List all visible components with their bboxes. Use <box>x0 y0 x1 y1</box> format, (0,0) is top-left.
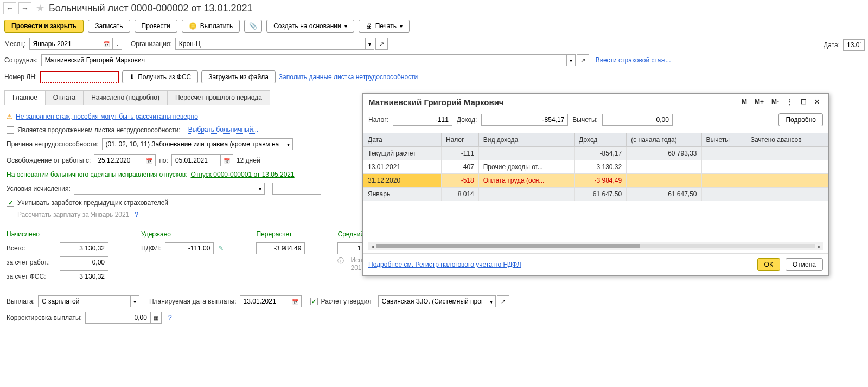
total-value[interactable] <box>60 242 108 254</box>
edit-ndfl-icon[interactable]: ✎ <box>218 244 224 252</box>
approved-dropdown[interactable]: ▾ <box>487 295 496 307</box>
org-dropdown[interactable]: ▾ <box>365 38 374 50</box>
month-calendar-button[interactable]: 📅 <box>100 38 113 50</box>
more-icon[interactable]: ⋮ <box>783 97 796 107</box>
release-label: Освобождение от работы с: <box>7 157 91 164</box>
prev-insurers-label: Учитывать заработок предыдущих страховат… <box>17 199 168 207</box>
payment-input[interactable] <box>38 295 130 307</box>
fill-data-link[interactable]: Заполить данные листка нетрудоспособност… <box>279 73 418 81</box>
org-input[interactable] <box>175 38 365 50</box>
tab-recalc[interactable]: Пересчет прошлого периода <box>167 90 270 105</box>
cell: Текущий расчет <box>363 147 442 160</box>
ndfl-label: НДФЛ: <box>141 244 161 252</box>
popup-tax-input[interactable] <box>393 114 452 126</box>
popup-income-input[interactable] <box>481 114 568 126</box>
correction-input[interactable] <box>85 312 150 324</box>
cell: 13.01.2021 <box>363 160 442 174</box>
release-from-calendar[interactable]: 📅 <box>143 154 156 166</box>
attach-button[interactable]: 📎 <box>244 20 262 33</box>
planned-date-input[interactable] <box>240 295 289 307</box>
table-row[interactable]: 31.12.2020-518Оплата труда (осн...-3 984… <box>363 174 828 188</box>
date-input[interactable] <box>843 39 865 51</box>
enter-insurance-link[interactable]: Ввести страховой стаж... <box>596 56 671 64</box>
table-row[interactable]: Январь8 01461 647,5061 647,50 <box>363 188 828 201</box>
calc-cond-dropdown[interactable]: ▾ <box>256 183 265 195</box>
back-button[interactable]: ← <box>3 2 16 14</box>
continuation-checkbox[interactable] <box>7 126 14 134</box>
forward-button[interactable]: → <box>18 2 31 14</box>
create-based-button[interactable]: Создать на основании <box>266 20 354 33</box>
popup-col-header[interactable]: Вид дохода <box>478 133 575 147</box>
popup-details-button[interactable]: Подробно <box>778 113 823 126</box>
close-icon[interactable]: ✕ <box>811 97 823 107</box>
calc-cond-extra[interactable] <box>272 183 321 195</box>
recalc-value[interactable] <box>256 242 305 254</box>
approved-input[interactable] <box>378 295 487 307</box>
correction-help-icon[interactable]: ? <box>168 314 172 321</box>
memory-mplus-button[interactable]: M+ <box>751 97 767 107</box>
post-close-button[interactable]: Провести и закрыть <box>4 20 84 33</box>
popup-deduct-input[interactable] <box>602 114 673 126</box>
approved-checkbox[interactable] <box>310 298 318 305</box>
reason-input[interactable] <box>102 138 284 150</box>
table-row[interactable]: 13.01.2021407Прочие доходы от...3 130,32 <box>363 160 828 174</box>
org-open-button[interactable]: ↗ <box>375 38 388 50</box>
popup-col-header[interactable]: Доход <box>575 133 627 147</box>
reason-label: Причина нетрудоспособности: <box>7 140 99 148</box>
ln-input[interactable] <box>40 71 119 83</box>
release-to-input[interactable] <box>171 154 220 166</box>
help-icon[interactable]: ? <box>135 211 138 218</box>
release-from-input[interactable] <box>94 154 143 166</box>
payment-dropdown[interactable]: ▾ <box>130 295 139 307</box>
get-fss-button[interactable]: ⬇ Получить из ФСС <box>122 70 198 83</box>
table-row[interactable]: Текущий расчет-111-854,1760 793,33 <box>363 147 828 160</box>
calc-cond-label: Условия исчисления: <box>7 185 71 192</box>
month-input[interactable] <box>29 38 100 50</box>
popup-col-header[interactable]: Зачтено авансов <box>746 133 828 147</box>
correction-calc-button[interactable]: ▦ <box>150 312 162 324</box>
popup-table: ДатаНалогВид доходаДоход(с начала года)В… <box>363 133 828 201</box>
warning-link[interactable]: Не заполнен стаж, пособия могут быть рас… <box>16 113 198 120</box>
org-label: Организация: <box>131 40 172 48</box>
tab-accrued[interactable]: Начислено (подробно) <box>83 90 168 105</box>
employee-open-button[interactable]: ↗ <box>577 54 589 66</box>
basis-link[interactable]: Отпуск 0000-000001 от 13.05.2021 <box>191 171 295 178</box>
popup-col-header[interactable]: Налог <box>441 133 478 147</box>
post-button[interactable]: Провести <box>135 20 177 33</box>
memory-m-button[interactable]: M <box>738 97 750 107</box>
popup-income-label: Доход: <box>457 116 477 124</box>
favorite-icon[interactable]: ★ <box>34 2 47 14</box>
popup-h-scrollbar[interactable]: ◂▸ <box>368 242 823 250</box>
days-text: 12 дней <box>237 157 260 164</box>
cell: 407 <box>441 160 478 174</box>
popup-ok-button[interactable]: ОК <box>757 258 780 271</box>
fss-label: за счет ФСС: <box>7 273 55 280</box>
calc-cond-input[interactable] <box>74 183 256 195</box>
popup-register-link[interactable]: Подробнее см. Регистр налогового учета п… <box>368 261 521 268</box>
choose-sick-link[interactable]: Выбрать больничный... <box>188 126 259 134</box>
ndfl-value[interactable] <box>165 242 214 254</box>
month-stepper[interactable]: ÷ <box>113 38 123 50</box>
pay-button[interactable]: 🪙Выплатить <box>182 20 240 33</box>
maximize-icon[interactable]: ☐ <box>797 97 810 107</box>
popup-col-header[interactable]: Дата <box>363 133 442 147</box>
memory-mminus-button[interactable]: M- <box>768 97 782 107</box>
cell: 60 793,33 <box>627 147 701 160</box>
popup-col-header[interactable]: Вычеты <box>701 133 746 147</box>
planned-date-calendar[interactable]: 📅 <box>289 295 302 307</box>
tab-payment[interactable]: Оплата <box>45 90 84 105</box>
employee-dropdown[interactable]: ▾ <box>566 54 576 66</box>
load-file-button[interactable]: Загрузить из файла <box>201 70 276 83</box>
prev-insurers-checkbox[interactable] <box>7 199 14 207</box>
popup-col-header[interactable]: (с начала года) <box>627 133 701 147</box>
save-button[interactable]: Записать <box>88 20 130 33</box>
release-to-calendar[interactable]: 📅 <box>220 154 233 166</box>
popup-cancel-button[interactable]: Отмена <box>786 258 823 271</box>
fss-value[interactable] <box>60 270 108 282</box>
approved-open-button[interactable]: ↗ <box>497 295 509 307</box>
reason-dropdown[interactable]: ▾ <box>284 138 293 150</box>
print-button[interactable]: 🖨 Печать <box>359 20 410 33</box>
employer-value[interactable] <box>60 256 108 268</box>
employee-input[interactable] <box>41 54 566 66</box>
tab-main[interactable]: Главное <box>4 90 46 105</box>
